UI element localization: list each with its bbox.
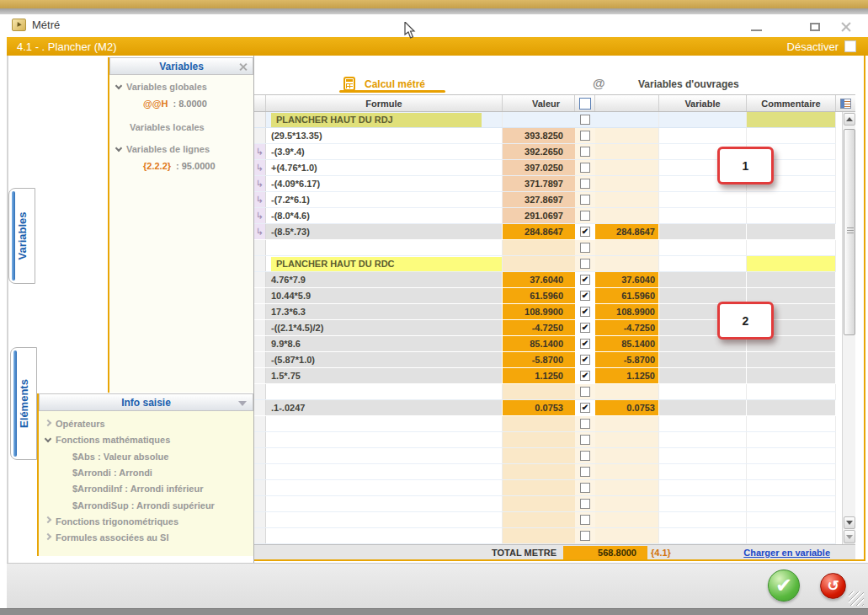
- row-checkbox[interactable]: [580, 531, 590, 541]
- function-item[interactable]: $Arrondi : Arrondi: [72, 468, 152, 478]
- row-checkbox[interactable]: ✔: [580, 227, 590, 237]
- commentaire-cell[interactable]: [747, 128, 836, 143]
- deactivate-checkbox[interactable]: [844, 40, 856, 52]
- row-checkbox[interactable]: ✔: [580, 403, 590, 413]
- row-checkbox[interactable]: [580, 179, 590, 189]
- resize-grip[interactable]: [849, 591, 864, 606]
- function-item[interactable]: $Abs : Valeur absolue: [72, 452, 168, 462]
- row-checkbox[interactable]: [580, 131, 590, 141]
- formula-cell[interactable]: 1.5*.75: [266, 368, 503, 383]
- section-title-cell[interactable]: PLANCHER HAUT DU RDC: [266, 256, 503, 271]
- formula-cell[interactable]: -(4.09*6.17): [266, 176, 503, 191]
- formula-cell[interactable]: .1-.0247: [266, 400, 503, 415]
- tab-variables[interactable]: Variables: [8, 188, 35, 284]
- row-checkbox[interactable]: [580, 387, 590, 397]
- formula-cell[interactable]: +(4.76*1.0): [266, 160, 503, 175]
- commentaire-cell[interactable]: [747, 368, 836, 383]
- variable-cell[interactable]: [659, 224, 747, 239]
- formula-cell[interactable]: -(8.0*4.6): [266, 208, 503, 223]
- commentaire-cell[interactable]: [747, 240, 836, 255]
- formula-cell[interactable]: -(3.9*.4): [266, 144, 503, 159]
- row-checkbox[interactable]: [580, 243, 590, 253]
- formula-cell[interactable]: [266, 448, 503, 463]
- function-item[interactable]: $ArrondiInf : Arrondi inférieur: [72, 484, 203, 494]
- header-commentaire[interactable]: Commentaire: [747, 95, 836, 111]
- formula-cell[interactable]: -(7.2*6.1): [266, 192, 503, 207]
- commentaire-cell[interactable]: [747, 528, 836, 543]
- commentaire-cell[interactable]: [747, 352, 836, 367]
- grid-scrollbar[interactable]: [842, 112, 855, 544]
- commentaire-cell[interactable]: [747, 384, 836, 399]
- variable-cell[interactable]: [659, 112, 747, 127]
- row-checkbox[interactable]: ✔: [580, 323, 590, 333]
- variable-cell[interactable]: [659, 256, 747, 271]
- variable-cell[interactable]: [659, 208, 747, 223]
- formula-cell[interactable]: [266, 496, 503, 511]
- select-all-checkbox[interactable]: [579, 98, 591, 110]
- variable-cell[interactable]: [659, 352, 747, 367]
- row-checkbox[interactable]: [580, 163, 590, 173]
- table-options-icon[interactable]: [840, 99, 851, 109]
- charger-en-variable-link[interactable]: Charger en variable: [743, 548, 830, 558]
- row-checkbox[interactable]: ✔: [580, 291, 590, 301]
- commentaire-cell[interactable]: [747, 464, 836, 479]
- row-checkbox[interactable]: [580, 467, 590, 477]
- row-checkbox[interactable]: [580, 259, 590, 269]
- chevron-down-icon[interactable]: [115, 144, 122, 151]
- formula-cell[interactable]: [266, 384, 503, 399]
- header-variable[interactable]: Variable: [659, 95, 747, 111]
- cancel-button[interactable]: ↺: [820, 573, 846, 599]
- function-group[interactable]: Fonctions mathématiques: [45, 435, 170, 445]
- variable-cell[interactable]: [659, 448, 747, 463]
- formula-cell[interactable]: [266, 416, 503, 431]
- variable-cell[interactable]: [659, 432, 747, 447]
- commentaire-cell[interactable]: [747, 432, 836, 447]
- variable-cell[interactable]: [659, 272, 747, 287]
- function-item[interactable]: $ArrondiSup : Arrondi supérieur: [72, 500, 215, 511]
- tree-variable-item[interactable]: {2.2.2} : 95.0000: [143, 161, 216, 171]
- variable-cell[interactable]: [659, 528, 747, 543]
- row-checkbox[interactable]: [580, 515, 590, 525]
- collapse-triangle-icon[interactable]: [238, 401, 247, 410]
- commentaire-cell[interactable]: [747, 192, 836, 207]
- variable-cell[interactable]: [659, 480, 747, 495]
- row-checkbox[interactable]: [580, 435, 590, 445]
- formula-cell[interactable]: -((2.1*4.5)/2): [266, 320, 503, 335]
- formula-cell[interactable]: 17.3*6.3: [266, 304, 503, 319]
- formula-cell[interactable]: -(5.87*1.0): [266, 352, 503, 367]
- formula-cell[interactable]: [266, 464, 503, 479]
- commentaire-cell[interactable]: [747, 272, 836, 287]
- commentaire-cell[interactable]: [747, 208, 836, 223]
- commentaire-cell[interactable]: [747, 112, 836, 127]
- commentaire-cell[interactable]: [747, 448, 836, 463]
- minimize-button[interactable]: [742, 19, 770, 35]
- chevron-down-icon[interactable]: [45, 436, 51, 442]
- row-checkbox[interactable]: ✔: [580, 339, 590, 349]
- close-button[interactable]: [832, 19, 860, 35]
- formula-cell[interactable]: [266, 240, 503, 255]
- scroll-down-button[interactable]: [844, 516, 855, 529]
- variable-cell[interactable]: [659, 128, 747, 143]
- section-title-cell[interactable]: PLANCHER HAUT DU RDJ: [266, 112, 503, 127]
- variable-cell[interactable]: [659, 368, 747, 383]
- row-checkbox[interactable]: [580, 451, 590, 461]
- tab-elements[interactable]: Eléments: [10, 347, 37, 460]
- formula-cell[interactable]: 10.44*5.9: [266, 288, 503, 303]
- scroll-down-button-2[interactable]: [844, 530, 855, 543]
- commentaire-cell[interactable]: [747, 224, 836, 239]
- row-checkbox[interactable]: ✔: [580, 307, 590, 317]
- header-formule[interactable]: Formule: [266, 95, 503, 111]
- header-valeur[interactable]: Valeur: [503, 95, 575, 111]
- function-group[interactable]: Opérateurs: [45, 419, 105, 429]
- variable-cell[interactable]: [659, 416, 747, 431]
- tree-group[interactable]: Variables globales: [116, 82, 207, 92]
- formula-cell[interactable]: (29.5*13.35): [266, 128, 503, 143]
- tab-variables-ouvrages[interactable]: Variables d'ouvrages: [638, 78, 739, 90]
- row-checkbox[interactable]: ✔: [580, 371, 590, 381]
- function-group[interactable]: Formules associées au SI: [45, 532, 169, 543]
- formula-cell[interactable]: [266, 528, 503, 543]
- variable-cell[interactable]: [659, 496, 747, 511]
- formula-cell[interactable]: 4.76*7.9: [266, 272, 503, 287]
- row-checkbox[interactable]: [580, 211, 590, 221]
- tree-variable-item[interactable]: @@H : 8.0000: [143, 99, 207, 109]
